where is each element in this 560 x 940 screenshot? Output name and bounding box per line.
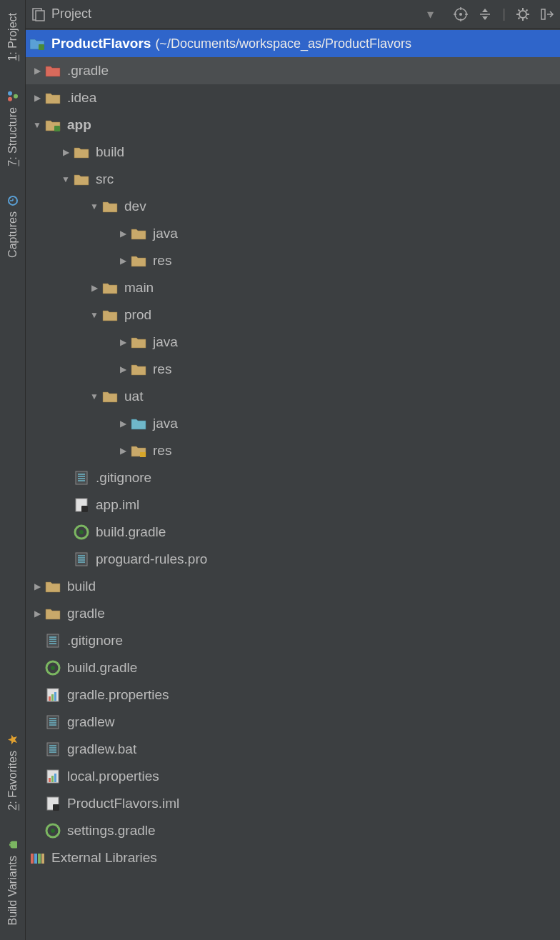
item-label: .gradle [67,63,109,79]
item-label: gradle.properties [67,687,169,703]
expand-arrow-icon[interactable]: ▶ [117,445,129,456]
rail-build-variants-label: Build Variants [6,856,19,926]
collapse-arrow-icon[interactable]: ▼ [31,119,43,131]
gradle-file-icon [44,824,61,838]
expand-arrow-icon[interactable]: ▶ [117,255,129,266]
collapse-arrow-icon[interactable]: ▼ [89,201,100,212]
structure-icon [6,90,19,103]
folder-icon [101,389,119,404]
project-view-icon [31,7,46,21]
rail-project[interactable]: 1: Project [4,6,22,69]
tree-item-uat[interactable]: ▼ uat [26,383,560,410]
tree-item-app[interactable]: ▼ app [26,111,560,139]
rail-favorites[interactable]: 2: Favorites [4,726,22,818]
tree-item-uat-res[interactable]: ▶ res [26,437,560,464]
tree-item-build-gradle-app[interactable]: build.gradle [26,519,560,546]
gradle-file-icon [44,661,61,675]
resource-folder-icon [130,444,147,458]
item-label: build.gradle [67,660,137,676]
item-label: src [96,171,114,187]
tree-item-gitignore-root[interactable]: .gitignore [26,627,560,654]
expand-arrow-icon[interactable]: ▶ [31,92,43,104]
module-folder-icon [44,118,61,132]
tree-item-gradle[interactable]: ▶ gradle [26,600,560,627]
expand-arrow-icon[interactable]: ▶ [117,336,129,348]
folder-icon [44,606,61,621]
tree-item-local-properties[interactable]: local.properties [26,763,560,790]
rail-captures[interactable]: Captures [4,187,22,265]
tree-item-settings-gradle[interactable]: settings.gradle [26,817,560,844]
tree-item-app-build[interactable]: ▶ build [26,139,560,166]
svg-point-40 [8,91,12,96]
svg-point-41 [14,94,18,99]
text-file-icon [73,552,90,566]
iml-file-icon [44,796,61,811]
tree-item-external-libraries[interactable]: External Libraries [26,844,560,871]
text-file-icon [73,471,90,485]
gradle-file-icon [73,525,90,539]
expand-arrow-icon[interactable]: ▶ [60,146,71,158]
collapse-arrow-icon[interactable]: ▼ [89,391,100,402]
tree-item-gradlew-bat[interactable]: gradlew.bat [26,736,560,763]
tree-item-prod[interactable]: ▼ prod [26,301,560,329]
tree-item-main[interactable]: ▶ main [26,274,560,301]
tree-item-app-iml[interactable]: app.iml [26,491,560,519]
text-file-icon [44,634,61,648]
tree-item-proguard[interactable]: proguard-rules.pro [26,546,560,573]
view-dropdown-arrow[interactable]: ▾ [427,6,434,22]
rail-project-label: 1: Project [6,13,19,61]
tree-item-build-gradle-root[interactable]: build.gradle [26,654,560,681]
item-label: ProductFlavors.iml [67,796,179,811]
tree-item-gradle-properties[interactable]: gradle.properties [26,681,560,709]
captures-icon [6,194,19,207]
tree-root[interactable]: ProductFlavors (~/Documents/workspace_as… [26,30,560,57]
tree-item-prod-res[interactable]: ▶ res [26,356,560,383]
libraries-icon [29,851,46,865]
tree-item-build[interactable]: ▶ build [26,573,560,600]
tree-item-product-iml[interactable]: ProductFlavors.iml [26,790,560,817]
tree-item-dev[interactable]: ▼ dev [26,193,560,220]
rail-build-variants[interactable]: Build Variants [4,831,22,933]
settings-gear-icon[interactable] [516,7,530,21]
expand-arrow-icon[interactable]: ▶ [117,228,129,239]
scroll-from-source-icon[interactable] [454,7,468,21]
svg-rect-45 [11,841,17,849]
collapse-arrow-icon[interactable]: ▼ [60,174,71,185]
collapse-all-icon[interactable] [478,7,492,21]
collapse-arrow-icon[interactable]: ▼ [89,309,100,321]
item-label: res [153,361,171,377]
project-tree[interactable]: ProductFlavors (~/Documents/workspace_as… [26,29,560,940]
expand-arrow-icon[interactable]: ▶ [117,364,129,375]
properties-file-icon [44,769,61,784]
rail-favorites-label: 2: Favorites [6,751,19,811]
tree-item-dev-java[interactable]: ▶ java [26,220,560,247]
tree-item-src[interactable]: ▼ src [26,166,560,193]
folder-icon [101,199,119,214]
tree-item-idea[interactable]: ▶ .idea [26,84,560,111]
tree-item-dev-res[interactable]: ▶ res [26,247,560,274]
tree-item-gradlew[interactable]: gradlew [26,709,560,736]
hide-panel-icon[interactable] [540,7,554,21]
expand-arrow-icon[interactable]: ▶ [31,581,43,592]
expand-arrow-icon[interactable]: ▶ [117,418,129,429]
tree-item-gitignore-app[interactable]: .gitignore [26,464,560,491]
item-label: .gitignore [67,633,123,649]
rail-structure[interactable]: 7: Structure [4,83,22,174]
folder-icon [44,91,61,105]
left-tool-rail: 1: Project 7: Structure Captures 2: Favo… [0,0,26,940]
expand-arrow-icon[interactable]: ▶ [31,65,43,76]
folder-icon [44,64,61,78]
expand-arrow-icon[interactable]: ▶ [89,282,100,294]
folder-icon [130,254,147,268]
item-label: .gitignore [96,470,151,486]
tree-item-prod-java[interactable]: ▶ java [26,329,560,356]
tree-item-gradle-cache[interactable]: ▶ .gradle [26,57,560,84]
rail-captures-label: Captures [6,211,19,258]
expand-arrow-icon[interactable]: ▶ [31,608,43,619]
root-path: (~/Documents/workspace_as/ProductFlavors [155,36,411,51]
item-label: java [153,334,178,350]
tree-item-uat-java[interactable]: ▶ java [26,410,560,437]
android-icon [6,839,19,851]
svg-point-39 [8,97,12,101]
iml-file-icon [73,498,90,512]
